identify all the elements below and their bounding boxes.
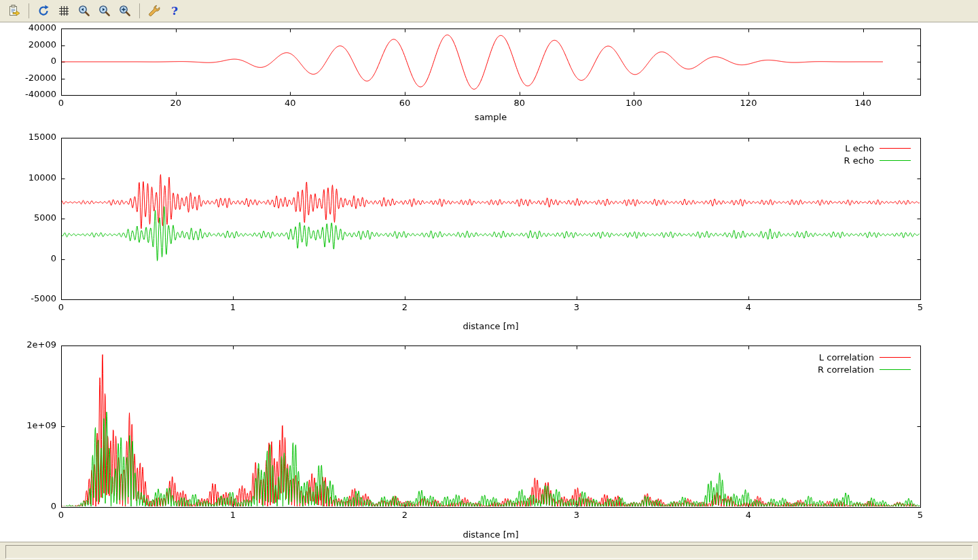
replot-button[interactable] xyxy=(34,2,53,20)
svg-text:?: ? xyxy=(171,4,178,18)
toolbar-separator xyxy=(29,3,29,18)
help-icon: ? xyxy=(168,4,181,18)
toggle-grid-button[interactable] xyxy=(54,2,73,20)
configure-button[interactable] xyxy=(145,2,164,20)
zoom-previous-button[interactable] xyxy=(75,2,94,20)
toolbar-separator xyxy=(139,3,140,18)
status-text xyxy=(5,545,973,559)
zoom-next-button[interactable] xyxy=(95,2,114,20)
gnuplot-window: ? sample distance [m] distance [m] L ech… xyxy=(0,0,978,560)
wrench-icon xyxy=(147,4,161,18)
toolbar: ? xyxy=(0,0,978,22)
help-button[interactable]: ? xyxy=(165,2,184,20)
clipboard-icon xyxy=(7,4,21,18)
plot-area: sample distance [m] distance [m] L echo … xyxy=(0,22,978,542)
status-bar xyxy=(0,542,978,560)
replot-icon xyxy=(37,4,50,18)
copy-clipboard-button[interactable] xyxy=(5,2,24,20)
grid-icon xyxy=(57,4,71,18)
zoom-next-icon xyxy=(98,4,111,18)
charts-canvas[interactable] xyxy=(0,22,978,542)
autoscale-icon xyxy=(118,4,132,18)
zoom-previous-icon xyxy=(77,4,91,18)
autoscale-button[interactable] xyxy=(115,2,134,20)
